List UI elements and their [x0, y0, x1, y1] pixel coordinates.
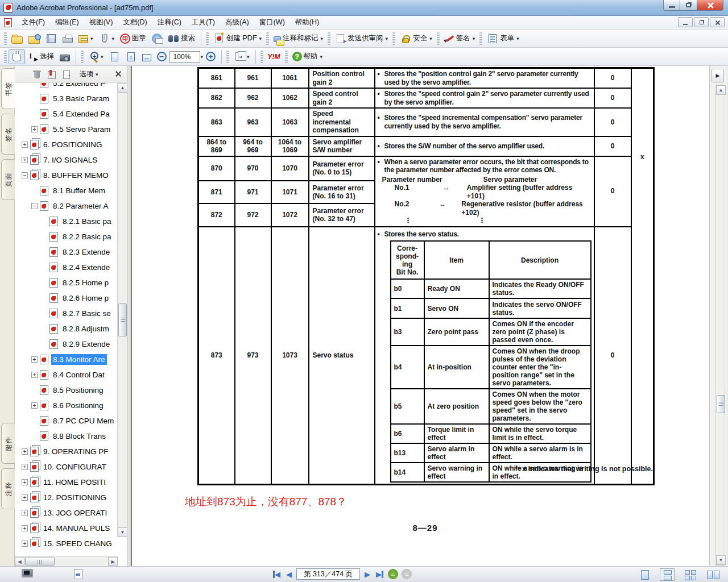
bookmark-item[interactable]: 8.8 Block Trans	[15, 429, 118, 444]
facing-layout-button[interactable]	[705, 568, 720, 581]
fullscreen-mode-icon[interactable]	[22, 569, 33, 577]
scroll-up-icon[interactable]: ▲	[118, 83, 127, 93]
zoom-out-button[interactable]: −	[154, 49, 169, 64]
toolbar-grip[interactable]	[260, 51, 263, 63]
search-button[interactable]: 搜索	[165, 31, 198, 46]
single-page-layout-button[interactable]	[637, 568, 652, 581]
bookmark-item[interactable]: +6. POSITIONING	[15, 137, 118, 152]
collapse-icon[interactable]: −	[22, 172, 28, 178]
menu-item-8[interactable]: 帮助(H)	[290, 16, 324, 29]
expand-icon[interactable]: +	[31, 372, 38, 378]
help-button[interactable]: ?帮助▾	[289, 49, 326, 64]
bookmark-item[interactable]: 5.3 Basic Param	[15, 91, 118, 106]
zoom-tool-button[interactable]: ▾	[85, 49, 106, 64]
tab-bookmarks[interactable]: 书签	[1, 68, 15, 109]
expand-icon[interactable]: +	[22, 479, 28, 485]
page-view-icon[interactable]	[74, 569, 82, 579]
organizer-button[interactable]: ▾	[76, 31, 96, 46]
zoom-in-button[interactable]: +	[203, 49, 218, 64]
bookmark-hscrollbar[interactable]: ◀ ▶	[15, 556, 118, 566]
expand-icon[interactable]: +	[31, 126, 38, 132]
hand-tool-button[interactable]	[9, 49, 25, 64]
bookmark-item[interactable]: +14. MANUAL PULS	[15, 521, 118, 536]
bookmark-item[interactable]: +8.3 Monitor Are	[15, 352, 118, 367]
bookmark-item[interactable]: +13. JOG OPERATI	[15, 505, 118, 521]
expand-icon[interactable]: +	[22, 525, 28, 531]
bookmark-item[interactable]: +8.6 Positioning	[15, 398, 118, 413]
panel-close-icon[interactable]	[114, 70, 122, 78]
send-review-button[interactable]: 发送供审阅▾	[332, 31, 391, 46]
bookmark-item[interactable]: +11. HOME POSITI	[15, 475, 118, 490]
security-button[interactable]: 安全▾	[397, 31, 435, 46]
options-menu-button[interactable]: 选项▾	[80, 69, 98, 79]
menu-item-0[interactable]: 文件(F)	[16, 16, 50, 29]
bookmark-item[interactable]: 8.2.2 Basic pa	[15, 229, 118, 244]
document-page[interactable]: 861 961 1061 Position control gain 2 •St…	[131, 66, 709, 566]
bookmark-item[interactable]: 8.2.8 Adjustm	[15, 321, 118, 336]
toolbar-grip[interactable]	[4, 32, 7, 45]
panel-splitter[interactable]	[127, 66, 131, 566]
delete-bookmark-icon[interactable]	[32, 70, 42, 80]
tab-signatures[interactable]: 签名	[1, 114, 15, 155]
bookmark-item[interactable]: +7. I/O SIGNALS	[15, 152, 118, 168]
menu-item-2[interactable]: 视图(V)	[84, 16, 118, 29]
bookmark-item[interactable]: +12. POSITIONING	[15, 490, 118, 505]
comment-markup-button[interactable]: 注释和标记▾	[271, 31, 326, 46]
expand-icon[interactable]: +	[31, 356, 38, 363]
bookmark-item[interactable]: 8.2.9 Extende	[15, 336, 118, 352]
scroll-down-icon[interactable]: ▼	[118, 527, 127, 537]
bookmark-item[interactable]: +5.5 Servo Param	[15, 122, 118, 137]
bookmark-item[interactable]: 8.5 Positioning	[15, 383, 118, 398]
collapse-icon[interactable]: −	[31, 203, 38, 209]
tab-comments[interactable]: 注释	[1, 468, 15, 509]
create-pdf-button[interactable]: 创建 PDF▾	[210, 31, 264, 46]
scroll-down-icon[interactable]: ▼	[716, 555, 726, 565]
bookmark-item[interactable]: −8.2 Parameter A	[15, 198, 118, 214]
close-button[interactable]	[697, 0, 723, 11]
snapshot-button[interactable]	[57, 49, 73, 64]
document-vscrollbar[interactable]: ▲ ▼	[715, 85, 725, 566]
toolbar-grip[interactable]	[392, 32, 395, 45]
sign-button[interactable]: 签名▾	[441, 31, 478, 46]
last-page-button[interactable]: ▶	[375, 570, 384, 579]
tab-attachments[interactable]: 附件	[1, 423, 15, 464]
zoom-level-input[interactable]: 100%	[169, 51, 200, 63]
bookmark-item[interactable]: +9. OPERATING PF	[15, 444, 118, 459]
toolbar-grip[interactable]	[328, 32, 330, 45]
expand-icon[interactable]: +	[22, 142, 28, 148]
new-bookmark-icon[interactable]	[61, 69, 72, 80]
toolbar-grip[interactable]	[206, 32, 209, 45]
previous-view-button[interactable]: ←	[388, 569, 398, 579]
toolbar-grip[interactable]	[285, 51, 288, 63]
bookmark-item[interactable]: 8.2.6 Home p	[15, 290, 118, 306]
bookmark-item[interactable]: 8.7 PC CPU Mem	[15, 413, 118, 429]
scroll-up-icon[interactable]: ▲	[716, 85, 726, 95]
expand-icon[interactable]: +	[22, 510, 28, 516]
continuous-layout-button[interactable]	[660, 568, 675, 581]
select-tool-button[interactable]: 选择	[25, 49, 57, 64]
expand-icon[interactable]: +	[22, 448, 28, 455]
next-view-button[interactable]: →	[402, 569, 412, 579]
bookmark-vscrollbar[interactable]: ▲ ▼	[117, 83, 127, 537]
yahoo-messenger-button[interactable]: Y!M	[265, 49, 283, 64]
toolbar-grip[interactable]	[81, 51, 84, 63]
bookmark-item[interactable]: −8. BUFFER MEMO	[15, 168, 118, 183]
fit-width-button[interactable]	[139, 49, 154, 64]
toolbar-grip[interactable]	[4, 51, 7, 63]
stamp-button[interactable]: 印图章	[117, 31, 149, 46]
toolbar-grip[interactable]	[437, 32, 440, 45]
scrollbar-thumb[interactable]	[25, 558, 55, 566]
scrollbar-thumb[interactable]	[717, 395, 725, 413]
attach-button[interactable]: ▾	[96, 31, 118, 46]
forms-button[interactable]: 表单▾	[484, 31, 522, 46]
previous-page-button[interactable]: ◀	[285, 570, 293, 579]
bookmark-item[interactable]: +10. CONFIGURAT	[15, 459, 118, 475]
fit-height-button[interactable]	[123, 49, 139, 64]
open-web-button[interactable]	[26, 31, 43, 46]
menu-item-1[interactable]: 编辑(E)	[50, 16, 84, 29]
scrollbar-thumb[interactable]	[118, 304, 127, 336]
bookmark-item[interactable]: 8.2.1 Basic pa	[15, 214, 118, 229]
doc-close-button[interactable]	[710, 17, 725, 27]
expand-icon[interactable]: +	[31, 402, 38, 409]
menu-item-5[interactable]: 工具(T)	[187, 16, 220, 29]
